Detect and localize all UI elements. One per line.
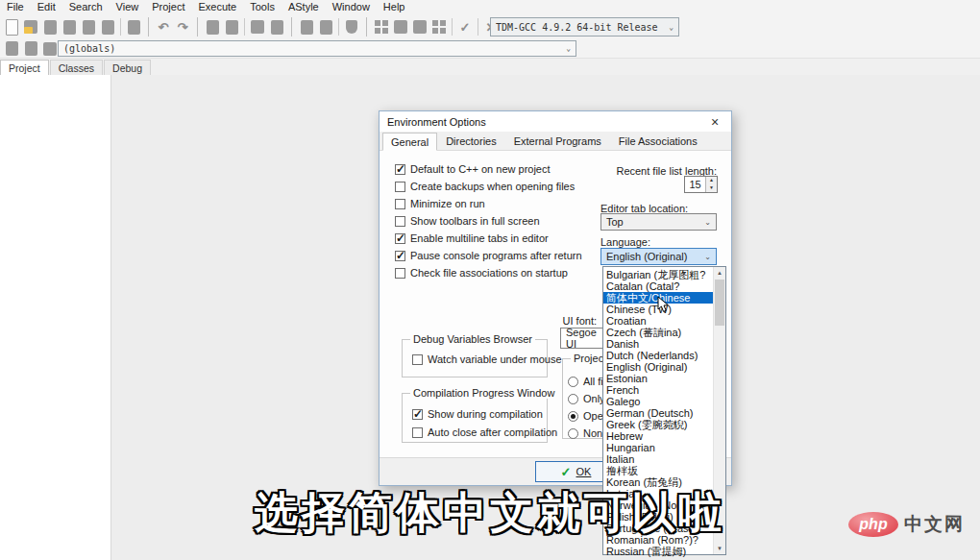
language-option[interactable]: English (Original) bbox=[603, 361, 713, 373]
option-checkbox[interactable]: Show toolbars in full screen bbox=[395, 215, 582, 227]
spin-up-icon[interactable]: ▲ bbox=[706, 177, 717, 184]
menu-item[interactable]: Window bbox=[326, 0, 377, 14]
language-option[interactable]: Russian (雷提姆) bbox=[603, 546, 713, 557]
menu-item[interactable]: Edit bbox=[31, 0, 62, 14]
option-checkbox[interactable]: Create backups when opening files bbox=[395, 181, 582, 192]
dialog-tab[interactable]: External Programs bbox=[505, 132, 610, 150]
undo-icon[interactable]: ↶ bbox=[154, 17, 173, 37]
panel-tab[interactable]: Debug bbox=[104, 60, 151, 75]
scrollbar-thumb[interactable] bbox=[715, 280, 724, 326]
radio-icon bbox=[568, 377, 578, 387]
checkbox-label: Check file associations on startup bbox=[410, 267, 568, 279]
menu-item[interactable]: File bbox=[0, 0, 31, 14]
close-project-icon[interactable] bbox=[429, 17, 449, 37]
scroll-down-icon[interactable]: ▼ bbox=[714, 543, 725, 554]
open-file-icon[interactable] bbox=[21, 17, 40, 37]
check-icon: ✓ bbox=[561, 465, 572, 479]
dialog-tab-strip: GeneralDirectoriesExternal ProgramsFile … bbox=[380, 132, 731, 151]
checkbox-icon bbox=[395, 233, 405, 244]
option-checkbox[interactable]: Watch variable under mouse bbox=[412, 353, 562, 365]
language-option[interactable]: Dutch (Nederlands) bbox=[603, 350, 713, 361]
toolbar-separator bbox=[244, 18, 245, 36]
new-source-icon[interactable] bbox=[2, 17, 21, 37]
new-project-icon[interactable] bbox=[372, 17, 391, 37]
close-file-icon[interactable] bbox=[79, 17, 98, 37]
navigate-forward-icon[interactable] bbox=[21, 39, 40, 59]
panel-tab[interactable]: Classes bbox=[50, 60, 103, 75]
language-option[interactable]: Bulgarian (龙厚图粗? bbox=[603, 269, 713, 280]
syntax-check-icon[interactable]: ✓ bbox=[455, 17, 475, 37]
toolbar-separator bbox=[291, 17, 292, 37]
language-option[interactable]: 撸柈坂 bbox=[603, 465, 713, 476]
close-icon[interactable]: × bbox=[698, 111, 731, 132]
profiler-icon[interactable] bbox=[316, 17, 335, 37]
language-option[interactable]: French bbox=[603, 384, 713, 396]
debug-variables-group: Debug Variables Browser Watch variable u… bbox=[402, 339, 548, 377]
globals-select-value: (globals) bbox=[63, 43, 115, 54]
debug-icon[interactable] bbox=[297, 17, 316, 37]
ui-font-select[interactable]: Segoe UI bbox=[560, 328, 603, 349]
redo-icon[interactable]: ↷ bbox=[173, 17, 192, 37]
language-option[interactable]: Galego bbox=[603, 396, 713, 407]
option-checkbox[interactable]: Minimize on run bbox=[395, 198, 582, 209]
language-option[interactable]: Italian bbox=[603, 453, 713, 465]
language-option[interactable]: Estonian bbox=[603, 373, 713, 384]
language-option[interactable]: Czech (蕃讀ina) bbox=[603, 327, 713, 338]
chevron-down-icon: ⌄ bbox=[566, 44, 571, 53]
dialog-tab[interactable]: File Associations bbox=[610, 132, 706, 150]
globals-select[interactable]: (globals) ⌄ bbox=[58, 40, 576, 57]
language-option[interactable]: Danish bbox=[603, 338, 713, 350]
language-option[interactable]: Catalan (Catal? bbox=[603, 280, 713, 292]
menu-item[interactable]: View bbox=[110, 0, 146, 14]
navigate-back-icon[interactable] bbox=[2, 39, 21, 59]
close-all-icon[interactable] bbox=[98, 17, 117, 37]
option-checkbox[interactable]: Auto close after compilation bbox=[412, 426, 557, 438]
ui-font-label: UI font: bbox=[501, 315, 597, 327]
print-icon[interactable] bbox=[124, 17, 143, 37]
class-browser-icon[interactable] bbox=[40, 39, 60, 59]
chevron-down-icon: ⌄ bbox=[704, 218, 711, 227]
language-option[interactable]: Greek (雯腕菀貎) bbox=[603, 419, 713, 430]
editor-tab-location-select[interactable]: Top ⌄ bbox=[600, 213, 717, 231]
compile-icon[interactable] bbox=[203, 17, 222, 37]
radio-icon bbox=[568, 411, 578, 422]
package-manager-icon[interactable] bbox=[342, 17, 361, 37]
recent-file-list-stepper[interactable]: 15 ▲ ▼ bbox=[684, 176, 718, 193]
rebuild-icon[interactable] bbox=[267, 17, 286, 37]
menu-item[interactable]: Project bbox=[145, 0, 191, 14]
compile-and-run-icon[interactable] bbox=[248, 17, 267, 37]
toolbar-separator bbox=[338, 18, 339, 36]
menu-item[interactable]: Execute bbox=[191, 0, 243, 14]
run-icon[interactable] bbox=[222, 17, 241, 37]
save-project-icon[interactable] bbox=[410, 17, 429, 37]
menu-item[interactable]: Search bbox=[62, 0, 110, 14]
language-option[interactable]: German (Deutsch) bbox=[603, 407, 713, 419]
scroll-up-icon[interactable]: ▲ bbox=[714, 267, 725, 279]
checkbox-icon bbox=[395, 216, 405, 227]
dialog-title: Environment Options bbox=[380, 111, 731, 132]
compiler-select[interactable]: TDM-GCC 4.9.2 64-bit Release ⌄ bbox=[490, 17, 679, 37]
dialog-tab[interactable]: Directories bbox=[437, 132, 505, 150]
checkbox-label: Create backups when opening files bbox=[410, 181, 575, 192]
menu-item[interactable]: AStyle bbox=[282, 0, 326, 14]
checkbox-label: Enable multiline tabs in editor bbox=[410, 232, 549, 244]
language-option[interactable]: Hebrew bbox=[603, 430, 713, 442]
save-all-icon[interactable] bbox=[60, 17, 79, 37]
toolbar-separator bbox=[148, 17, 149, 37]
menu-item[interactable]: Help bbox=[377, 0, 412, 14]
spin-down-icon[interactable]: ▼ bbox=[706, 184, 717, 192]
menu-item[interactable]: Tools bbox=[243, 0, 282, 14]
option-checkbox[interactable]: Show during compilation bbox=[412, 408, 557, 420]
option-checkbox[interactable]: Pause console programs after return bbox=[395, 250, 582, 261]
language-option[interactable]: Hungarian bbox=[603, 442, 713, 453]
open-project-icon[interactable] bbox=[391, 17, 410, 37]
option-checkbox[interactable]: Enable multiline tabs in editor bbox=[395, 232, 582, 244]
language-select[interactable]: English (Original) ⌄ bbox=[600, 248, 717, 265]
mouse-cursor-icon bbox=[657, 296, 671, 317]
checkbox-icon bbox=[395, 251, 405, 261]
radio-icon bbox=[568, 394, 578, 404]
dialog-tab[interactable]: General bbox=[382, 133, 437, 151]
panel-tab[interactable]: Project bbox=[0, 60, 49, 75]
option-checkbox[interactable]: Check file associations on startup bbox=[395, 267, 582, 279]
save-icon[interactable] bbox=[40, 17, 60, 37]
